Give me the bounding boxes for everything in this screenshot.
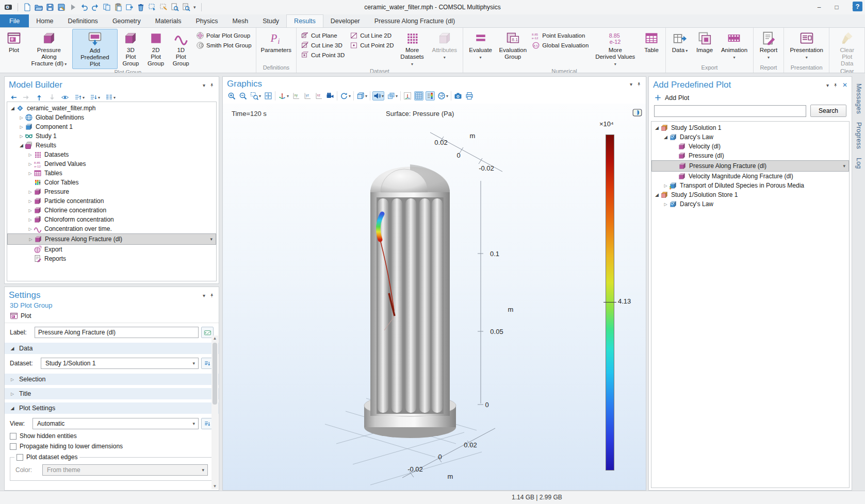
environment-context-icon[interactable] [632,108,642,117]
add-predefined-plot-button[interactable]: Add Predefined Plot [72,29,118,69]
expand-icon[interactable]: ▷ [27,153,34,157]
search-input[interactable] [654,105,806,117]
move-up-button[interactable] [35,93,44,102]
scroll-down-icon[interactable]: ▼ [211,484,218,489]
tree-item-chloroform-concentration[interactable]: ▷*Chloroform concentration [7,215,216,224]
pin-icon[interactable]: 🖈 [833,82,838,88]
tab-definitions[interactable]: Definitions [61,14,105,27]
view-xy-button[interactable]: xy [291,91,301,100]
save-icon[interactable] [46,3,54,11]
help-icon[interactable]: ? [853,2,862,11]
collapse-icon[interactable]: ◢ [654,192,660,197]
import-icon[interactable] [125,3,134,11]
cut-line-2d-button[interactable]: Cut Line 2D [348,31,396,40]
tab-results[interactable]: Results [286,14,323,27]
cut-line-3d-button[interactable]: Cut Line 3D [299,41,347,50]
view-xz-button[interactable]: xz [314,91,323,100]
polar-plot-group-button[interactable]: Polar Plot Group [194,31,254,40]
expand-tree-button[interactable]: ▾ [73,93,85,102]
scrollbar-thumb[interactable] [213,343,217,405]
section-title[interactable]: ▷ Title [5,388,219,399]
side-tab-messages[interactable]: Messages [855,83,862,114]
scene-light-button[interactable]: ▾ [372,91,384,100]
tree-item-datasets[interactable]: ▷Datasets [7,150,216,159]
movie-camera-button[interactable] [325,91,335,100]
print-button[interactable] [465,91,474,100]
point-evaluation-button[interactable]: 8.85e-12Point Evaluation [530,31,591,40]
more-derived-values-button[interactable]: 8.85e-12More Derived Values ▾ [592,29,639,68]
save-as-icon[interactable] [57,3,66,11]
presentation-button[interactable]: Presentation ▾ [786,29,827,64]
2d-plot-group-button[interactable]: 2D Plot Group [144,29,168,69]
open-file-icon[interactable] [35,3,43,11]
tree-item-results[interactable]: ◢Results [7,141,216,150]
table-button[interactable]: Table [640,29,663,68]
collapse-icon[interactable]: ◢ [662,135,669,140]
grid-button[interactable] [414,91,423,100]
expand-icon[interactable]: ▷ [662,202,669,207]
section-plot-settings[interactable]: ◢ Plot Settings [5,402,219,414]
tree-item-pressure-along-fracture-dl[interactable]: ▷Pressure Along Fracture (dl) [7,233,216,245]
new-file-icon[interactable] [23,3,31,11]
delete-icon[interactable] [137,3,145,11]
view-select[interactable]: Automatic [32,418,199,429]
data-button[interactable]: Data ▾ [668,29,692,64]
dropdown-icon[interactable]: ▾ [287,94,289,98]
run-icon[interactable] [69,3,77,11]
plot-dataset-edges-checkbox[interactable] [17,454,23,461]
cut-plane-button[interactable]: Cut Plane [299,31,347,40]
tree-item-pressure-along-fracture-dl[interactable]: Pressure Along Fracture (dl) [651,160,849,172]
dropdown-icon[interactable]: ▾ [83,95,85,100]
tree-item-concentration-over-time[interactable]: ▷Concentration over time. [7,224,216,233]
panel-menu-icon[interactable]: ▾ [826,82,829,88]
section-selection[interactable]: ▷ Selection [5,374,219,385]
scene-button[interactable]: ▾ [356,91,368,100]
zoom-box-button[interactable]: ▾ [250,91,262,100]
expand-icon[interactable]: ▷ [27,171,34,176]
pin-icon[interactable]: 🖈 [636,81,642,87]
tree-item-chlorine-concentration[interactable]: ▷Chlorine concentration [7,206,216,215]
view-yz-button[interactable]: yz [303,91,312,100]
maximize-button[interactable]: □ [828,1,845,13]
environment-button[interactable]: ▾ [437,91,449,100]
tree-item-component-1[interactable]: ▷Component 1 [7,122,216,131]
minimize-button[interactable]: – [810,1,828,13]
tree-item-darcy-s-law[interactable]: ▷Darcy's Law [651,199,849,209]
snapshot-camera-button[interactable] [453,91,463,100]
tree-item-transport-of-diluted-species-in-porous-media[interactable]: ▷Transport of Diluted Species in Porous … [651,181,849,190]
dropdown-icon[interactable]: ▾ [113,95,116,100]
panel-menu-icon[interactable]: ▾ [203,82,205,88]
image-button[interactable]: Image [693,29,716,64]
dropdown-icon[interactable]: ▾ [365,94,367,98]
dropdown-icon[interactable]: ▾ [349,94,351,98]
tree-item-export[interactable]: Export [7,245,216,254]
pressure-along-fracture-dl-button[interactable]: Pressure Along Fracture (dl) ▾ [27,29,71,69]
nav-back-button[interactable] [9,93,18,102]
tab-file[interactable]: File [0,14,29,27]
close-panel-icon[interactable]: ✕ [842,81,847,89]
collapse-icon[interactable]: ◢ [18,143,25,148]
default-view-button[interactable]: ▾ [278,91,289,100]
panel-menu-icon[interactable]: ▾ [203,293,205,298]
smith-plot-group-button[interactable]: Smith Plot Group [194,41,254,50]
find-icon[interactable] [171,3,179,11]
plot-button[interactable]: Plot [2,29,26,69]
tree-item-darcy-s-law[interactable]: ◢Darcy's Law [651,132,849,142]
copy-icon[interactable] [103,3,111,11]
tree-item-pressure[interactable]: ▷Pressure [7,187,216,196]
expand-icon[interactable]: ▷ [18,125,25,129]
expand-icon[interactable]: ▷ [27,237,34,242]
panel-menu-icon[interactable]: ▾ [630,81,632,87]
cut-point-3d-button[interactable]: Cut Point 3D [299,51,347,60]
global-evaluation-button[interactable]: 8.5Global Evaluation [530,41,591,50]
tree-item-tables[interactable]: ▷Tables [7,169,216,178]
cut-point-2d-button[interactable]: Cut Point 2D [348,41,396,50]
tree-item-reports[interactable]: Reports [7,254,216,263]
show-eye-button[interactable] [60,93,70,102]
1d-plot-group-button[interactable]: 1D Plot Group [169,29,193,69]
tree-item-velocity-magnitude-along-fracture-dl[interactable]: Velocity Magnitude Along Fracture (dl) [651,172,849,181]
tree-item-color-tables[interactable]: Color Tables [7,178,216,187]
show-hidden-entities-checkbox[interactable] [10,433,17,440]
report-button[interactable]: Report ▾ [756,29,781,64]
dropdown-icon[interactable]: ▾ [396,94,398,98]
